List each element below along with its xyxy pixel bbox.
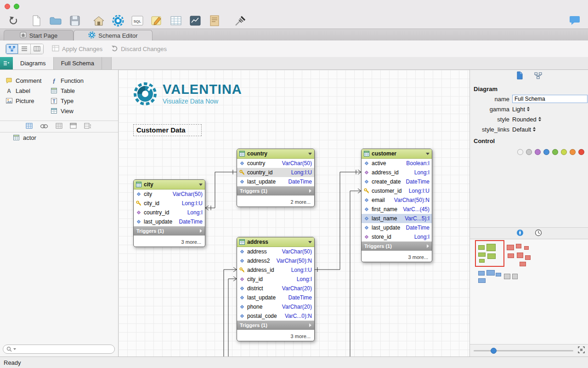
- tab-schema-editor[interactable]: Schema Editor: [74, 30, 153, 40]
- er-field-first_name[interactable]: first_nameVarC...(45): [362, 205, 432, 214]
- er-field-last_name[interactable]: last_nameVarC...5):I: [362, 214, 432, 223]
- column-view-button[interactable]: [31, 44, 43, 54]
- property-input-name[interactable]: [512, 95, 588, 103]
- er-triggers-bar[interactable]: Triggers (1): [237, 321, 314, 330]
- views-filter-icon[interactable]: [56, 123, 62, 130]
- er-table-city[interactable]: citycityVarChar(50)city_idLong:I:Ucountr…: [133, 179, 205, 247]
- zoom-slider-knob[interactable]: [491, 348, 497, 354]
- report-button[interactable]: [208, 14, 221, 27]
- color-swatch-4[interactable]: [552, 149, 558, 155]
- er-field-address_id[interactable]: address_idLong:I:U: [237, 265, 314, 275]
- chevron-down-icon[interactable]: [308, 241, 312, 243]
- query-injection-button[interactable]: [233, 14, 247, 27]
- er-field-phone[interactable]: phoneVarChar(20): [237, 302, 314, 311]
- er-field-country[interactable]: countryVarChar(50): [237, 159, 314, 168]
- diagram-minimap[interactable]: [470, 240, 588, 344]
- save-button[interactable]: [68, 14, 82, 27]
- chart-button[interactable]: [188, 14, 202, 27]
- property-select-style[interactable]: Rounded: [512, 116, 541, 123]
- columns-filter-icon[interactable]: [84, 123, 91, 130]
- er-field-city_id[interactable]: city_idLong:I: [237, 275, 314, 284]
- tables-filter-icon[interactable]: [26, 123, 33, 130]
- sql-editor-button[interactable]: SQL: [130, 14, 144, 27]
- er-field-active[interactable]: activeBoolean:I: [362, 159, 432, 168]
- feedback-button[interactable]: [568, 14, 582, 27]
- er-field-address2[interactable]: address2VarChar(50):N: [237, 256, 314, 265]
- er-field-customer_id[interactable]: customer_idLong:I:U: [362, 186, 432, 196]
- zoom-window-button[interactable]: [14, 4, 19, 9]
- chevron-down-icon[interactable]: [308, 153, 312, 155]
- er-triggers-bar[interactable]: Triggers (1): [362, 242, 432, 251]
- color-swatch-3[interactable]: [543, 149, 549, 155]
- tab-full-schema[interactable]: Full Schema: [54, 57, 102, 69]
- forms-filter-icon[interactable]: [70, 123, 77, 130]
- er-field-city[interactable]: cityVarChar(50): [134, 190, 205, 199]
- palette-item-function[interactable]: ƒFunction: [51, 75, 84, 86]
- er-field-create_date[interactable]: create_dateDateTime: [362, 177, 432, 186]
- er-triggers-bar[interactable]: Triggers (1): [134, 226, 205, 236]
- er-field-city_id[interactable]: city_idLong:I:U: [134, 199, 205, 208]
- undo-button[interactable]: [6, 14, 20, 27]
- color-swatch-2[interactable]: [535, 149, 541, 155]
- document-properties-icon[interactable]: [516, 71, 523, 81]
- color-swatch-6[interactable]: [570, 149, 576, 155]
- chevron-down-icon[interactable]: [426, 153, 430, 155]
- er-field-address[interactable]: addressVarChar(50): [237, 247, 314, 256]
- er-more-link[interactable]: 3 more...: [134, 236, 205, 247]
- er-more-link[interactable]: 2 more...: [237, 196, 314, 207]
- zoom-slider[interactable]: [474, 350, 573, 351]
- chevron-down-icon[interactable]: [199, 184, 203, 186]
- color-swatch-5[interactable]: [561, 149, 567, 155]
- property-select-style_links[interactable]: Default: [512, 126, 536, 133]
- sidebar-menu-button[interactable]: [0, 57, 13, 69]
- history-icon[interactable]: [535, 229, 542, 238]
- zoom-fit-button[interactable]: [578, 346, 585, 355]
- table-view-button[interactable]: [169, 14, 183, 27]
- palette-item-label[interactable]: ALabel: [6, 86, 51, 96]
- er-more-link[interactable]: 3 more...: [362, 251, 432, 262]
- navigator-icon[interactable]: [516, 229, 524, 238]
- er-field-last_update[interactable]: last_updateDateTime: [362, 223, 432, 232]
- open-button[interactable]: [49, 14, 62, 27]
- palette-item-picture[interactable]: Picture: [6, 96, 51, 106]
- new-document-button[interactable]: [29, 14, 43, 27]
- er-field-country_id[interactable]: country_idLong:I:U: [237, 168, 314, 177]
- color-swatch-7[interactable]: [578, 149, 584, 155]
- er-field-last_update[interactable]: last_updateDateTime: [134, 217, 205, 226]
- apply-changes-button[interactable]: Apply Changes: [52, 45, 102, 53]
- er-field-email[interactable]: emailVarChar(50):N: [362, 196, 432, 205]
- discard-changes-button[interactable]: Discard Changes: [111, 45, 167, 53]
- property-select-gamma[interactable]: Light: [512, 106, 530, 113]
- color-swatch-0[interactable]: [517, 149, 523, 155]
- er-table-address[interactable]: addressaddressVarChar(50)address2VarChar…: [237, 237, 315, 341]
- palette-item-type[interactable]: TType: [51, 96, 84, 106]
- er-field-country_id[interactable]: country_idLong:I: [134, 208, 205, 217]
- er-table-country[interactable]: countrycountryVarChar(50)country_idLong:…: [237, 149, 315, 207]
- list-view-button[interactable]: [18, 44, 31, 54]
- tab-start-page[interactable]: Start Page: [4, 30, 74, 40]
- diagram-properties-icon[interactable]: [534, 72, 542, 80]
- er-table-customer[interactable]: customeractiveBoolean:Iaddress_idLong:Ic…: [361, 149, 432, 262]
- er-field-store_id[interactable]: store_idLong:I: [362, 232, 432, 242]
- er-table-header[interactable]: customer: [362, 149, 432, 159]
- er-table-header[interactable]: address: [237, 237, 314, 247]
- er-field-last_update[interactable]: last_updateDateTime: [237, 293, 314, 302]
- er-triggers-bar[interactable]: Triggers (1): [237, 186, 314, 196]
- er-field-last_update[interactable]: last_updateDateTime: [237, 177, 314, 186]
- er-field-address_id[interactable]: address_idLong:I: [362, 168, 432, 177]
- er-table-header[interactable]: city: [134, 180, 205, 190]
- palette-item-comment[interactable]: Comment: [6, 75, 51, 86]
- er-field-district[interactable]: districtVarChar(20): [237, 284, 314, 293]
- report-editor-button[interactable]: [150, 14, 164, 27]
- palette-item-table[interactable]: Table: [51, 86, 84, 96]
- er-field-postal_code[interactable]: postal_codeVarC...0):N: [237, 311, 314, 321]
- diagram-label-customer-data[interactable]: Customer Data: [133, 124, 202, 136]
- minimap-viewport-frame[interactable]: [475, 240, 504, 267]
- diagram-canvas[interactable]: VALENTINA Visualize Data Now Customer Da…: [119, 70, 469, 356]
- diagram-list-item-actor[interactable]: actor: [0, 132, 118, 143]
- color-swatch-1[interactable]: [526, 149, 532, 155]
- schema-editor-button[interactable]: [111, 14, 125, 27]
- tab-diagrams[interactable]: Diagrams: [13, 57, 54, 69]
- close-window-button[interactable]: [5, 4, 10, 9]
- diagram-view-button[interactable]: [6, 44, 18, 54]
